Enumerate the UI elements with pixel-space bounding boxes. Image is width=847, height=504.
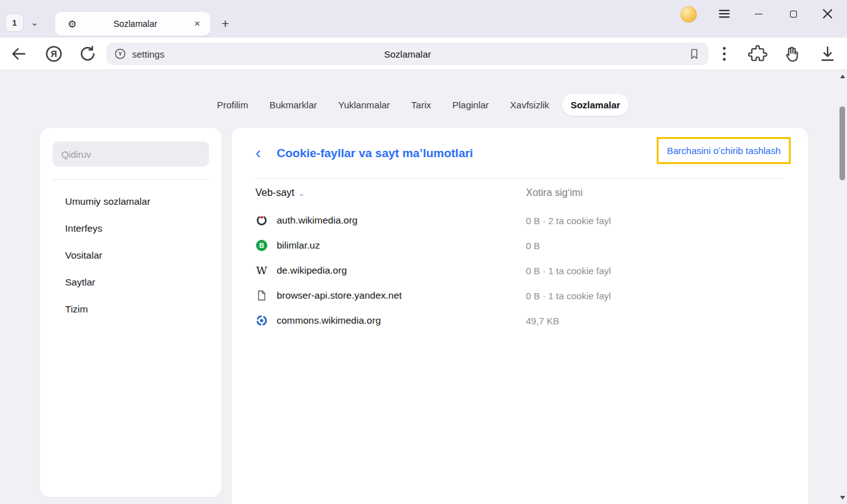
nav-tab-tarix[interactable]: Tarix [403, 94, 439, 116]
minimize-button[interactable] [750, 5, 767, 23]
reload-button[interactable] [78, 44, 98, 64]
browser-tab-settings[interactable]: ⚙ Sozlamalar ✕ [55, 12, 210, 36]
tab-counter-value: 1 [12, 18, 16, 28]
sidebar-item-tizim[interactable]: Tizim [40, 296, 222, 322]
avatar[interactable] [680, 6, 697, 23]
site-size: 0 B · 2 ta cookie fayl [526, 215, 611, 226]
page-scrollbar[interactable] [838, 70, 847, 504]
tab-close-icon[interactable]: ✕ [194, 19, 200, 28]
site-size: 49,7 KB [526, 316, 559, 326]
nav-tab-profilim[interactable]: Profilim [208, 94, 256, 116]
nav-tab-plaginlar[interactable]: Plaginlar [444, 94, 496, 116]
extensions-puzzle-icon[interactable] [748, 44, 768, 64]
sidebar-list: Umumiy sozlamalar Interfeys Vositalar Sa… [40, 188, 222, 322]
downloads-icon[interactable] [818, 44, 838, 64]
sidebar-item-vositalar[interactable]: Vositalar [40, 242, 222, 269]
settings-nav-tabs: Profilim Bukmarklar Yuklanmalar Tarix Pl… [0, 93, 837, 116]
svg-text:Y: Y [118, 51, 122, 57]
more-options-icon[interactable] [714, 44, 734, 64]
hand-gesture-icon[interactable] [783, 44, 803, 64]
page-title: Cookie-fayllar va sayt ma’lumotlari [277, 147, 473, 160]
site-name: bilimlar.uz [277, 240, 320, 251]
scroll-up-icon[interactable] [840, 75, 845, 78]
sidebar-item-interfeys[interactable]: Interfeys [40, 215, 222, 242]
nav-tab-xavfsizlik[interactable]: Xavfsizlik [502, 94, 558, 116]
wikipedia-icon: W [255, 264, 268, 277]
back-chevron-icon[interactable]: ‹ [255, 144, 261, 162]
document-icon [255, 289, 268, 302]
tab-counter[interactable]: 1 [5, 13, 24, 32]
wikimedia-icon [255, 214, 268, 227]
nav-tab-bukmarklar[interactable]: Bukmarklar [261, 94, 325, 116]
tabs-list-chevron-icon[interactable]: ⌄ [26, 13, 43, 32]
table-row[interactable]: browser-api.store.yandex.net 0 B · 1 ta … [255, 283, 783, 308]
nav-tab-sozlamalar[interactable]: Sozlamalar [562, 94, 628, 116]
bookmark-icon[interactable] [687, 47, 701, 61]
yandex-logo-button[interactable]: Я [44, 44, 64, 64]
site-name: commons.wikimedia.org [277, 315, 381, 326]
back-button[interactable] [9, 44, 29, 64]
address-bar[interactable]: Y settings Sozlamalar [106, 43, 709, 65]
sidebar-item-umumiy-sozlamalar[interactable]: Umumiy sozlamalar [40, 188, 222, 215]
site-name: browser-api.store.yandex.net [277, 290, 402, 301]
table-row[interactable]: commons.wikimedia.org 49,7 KB [255, 308, 783, 333]
scrollbar-thumb[interactable] [839, 106, 845, 180]
browser-toolbar: Я Y settings Sozlamalar [0, 38, 847, 70]
address-page-title: Sozlamalar [106, 49, 709, 59]
bilimlar-icon: B [255, 239, 268, 252]
close-window-button[interactable] [819, 5, 836, 23]
column-header-size: Xotira sigʻimi [526, 187, 583, 198]
site-name: de.wikipedia.org [277, 265, 347, 276]
sidebar-item-saytlar[interactable]: Saytlar [40, 269, 222, 296]
sort-chevron-icon[interactable]: ⌄ [298, 188, 305, 198]
column-header-site[interactable]: Veb-sayt [255, 187, 294, 198]
site-size: 0 B [526, 240, 540, 251]
sidebar-divider [53, 179, 209, 180]
delete-all-button[interactable]: Barchasini oʻchirib tashlash [657, 137, 791, 164]
gear-icon: ⚙ [68, 18, 76, 30]
commons-icon [255, 314, 268, 327]
browser-window: 1 ⌄ ⚙ Sozlamalar ✕ + Я Y [0, 0, 847, 504]
settings-sidebar: Umumiy sozlamalar Interfeys Vositalar Sa… [40, 128, 222, 497]
new-tab-button[interactable]: + [215, 14, 235, 34]
site-badge-icon: Y [114, 48, 126, 60]
tab-title: Sozlamalar [76, 19, 194, 29]
site-size: 0 B · 1 ta cookie fayl [526, 265, 611, 276]
header-divider [255, 178, 783, 179]
maximize-button[interactable] [784, 5, 802, 23]
nav-tab-yuklanmalar[interactable]: Yuklanmalar [330, 94, 398, 116]
table-header: Veb-sayt ⌄ Xotira sigʻimi [255, 182, 783, 204]
cookies-panel: ‹ Cookie-fayllar va sayt ma’lumotlari Ba… [232, 128, 808, 504]
site-size: 0 B · 1 ta cookie fayl [526, 291, 611, 301]
scroll-down-icon[interactable] [840, 496, 845, 500]
site-table: auth.wikimedia.org 0 B · 2 ta cookie fay… [255, 208, 783, 333]
table-row[interactable]: W de.wikipedia.org 0 B · 1 ta cookie fay… [255, 258, 783, 283]
table-row[interactable]: auth.wikimedia.org 0 B · 2 ta cookie fay… [255, 208, 783, 233]
svg-text:Я: Я [51, 49, 57, 59]
address-url-text: settings [132, 49, 165, 59]
table-row[interactable]: B bilimlar.uz 0 B [255, 233, 783, 258]
hamburger-menu-icon[interactable] [716, 5, 733, 23]
site-name: auth.wikimedia.org [277, 215, 357, 226]
search-input[interactable] [53, 141, 209, 167]
tab-strip: 1 ⌄ ⚙ Sozlamalar ✕ + [0, 0, 847, 38]
